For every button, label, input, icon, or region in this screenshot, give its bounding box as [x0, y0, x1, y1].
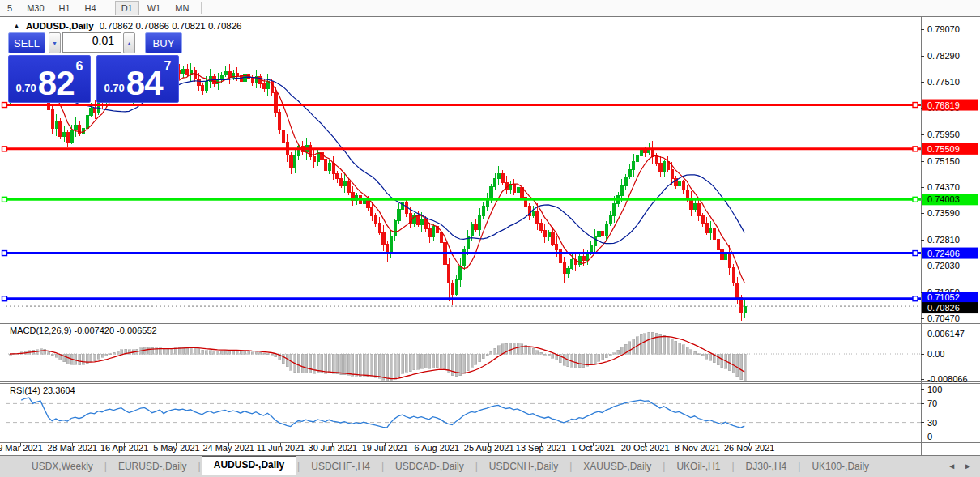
- timeframe-button-h4[interactable]: H4: [79, 1, 103, 15]
- timeframe-toolbar: 5M30H1H4D1W1MN: [0, 0, 980, 17]
- spacer: [137, 32, 145, 53]
- tab-scroll-left-icon[interactable]: ◄: [948, 462, 956, 471]
- price-badge-support-1: 0.72406: [922, 248, 978, 259]
- rsi-axis-label: 70: [927, 398, 937, 408]
- price-badge-pivot-green: 0.74003: [922, 194, 978, 205]
- volume-input[interactable]: 0.01: [62, 32, 121, 53]
- sell-button[interactable]: SELL: [8, 32, 45, 53]
- tab-eurusd-daily[interactable]: EURUSD-,Daily: [108, 458, 198, 475]
- date-label: 5 May 2021: [153, 443, 199, 453]
- timeframe-button-w1[interactable]: W1: [141, 1, 168, 15]
- timeframe-button-mn[interactable]: MN: [168, 1, 195, 15]
- current-price-badge: 0.70826: [922, 302, 978, 313]
- trade-panel-prices: 0.70 82 6 0.70 84 7: [8, 55, 182, 103]
- svg-text:0.74003: 0.74003: [927, 194, 960, 204]
- tab-usdx-weekly[interactable]: USDX,Weekly: [21, 458, 104, 475]
- tab-ukoil-h1[interactable]: UKOil-,H1: [666, 458, 731, 475]
- tab-separator: |: [104, 461, 107, 472]
- date-label: 25 Aug 2021: [464, 443, 514, 453]
- svg-text:0.75509: 0.75509: [927, 144, 960, 154]
- date-axis: 9 Mar 202128 Mar 202116 Apr 20215 May 20…: [0, 443, 774, 453]
- tab-separator: |: [731, 461, 734, 472]
- price-badge-support-2: 0.71052: [922, 292, 978, 303]
- candle: [732, 264, 735, 286]
- rsi-axis-label: 100: [927, 385, 942, 394]
- date-label: 9 Mar 2021: [0, 443, 43, 453]
- chart-tab-bar: USDX,Weekly|EURUSD-,Daily|AUDUSD-,Daily|…: [0, 455, 980, 477]
- tab-dj30-h4[interactable]: DJ30-,H4: [735, 458, 798, 475]
- trade-panel-controls: SELL ▼ 0.01 ▲ BUY: [8, 32, 182, 53]
- macd-axis-label: 0.00: [927, 349, 944, 359]
- buy-button[interactable]: BUY: [145, 32, 182, 53]
- toolbar-separator: [109, 2, 109, 14]
- buy-price-pip: 7: [164, 59, 172, 74]
- date-label: 1 Oct 2021: [571, 443, 615, 453]
- buy-price-prefix: 0.70: [104, 82, 125, 94]
- one-click-trading-panel: SELL ▼ 0.01 ▲ BUY 0.70 82 6 0.70 84 7: [8, 32, 182, 103]
- rsi-axis-label: 0: [927, 432, 932, 441]
- date-label: 26 Nov 2021: [724, 443, 774, 453]
- macd-axis-label: 0.006147: [927, 329, 965, 339]
- tab-separator: |: [475, 461, 478, 472]
- date-label: 24 May 2021: [202, 443, 254, 453]
- timeframe-button-m30[interactable]: M30: [20, 1, 50, 15]
- tab-uk100-daily[interactable]: UK100-,Daily: [801, 458, 880, 475]
- tab-separator: |: [381, 461, 384, 472]
- tab-usdchf-h4[interactable]: USDCHF-,H4: [300, 458, 381, 475]
- symbol-title: AUDUSD-,Daily: [26, 21, 94, 31]
- price-tick-label: 0.75150: [927, 156, 960, 166]
- price-tick-label: 0.70470: [927, 313, 960, 323]
- svg-text:0.72406: 0.72406: [927, 249, 960, 258]
- volume-increase-icon[interactable]: ▲: [123, 32, 135, 53]
- tab-scroll-arrows: ◄ ►: [948, 462, 972, 471]
- buy-price-big: 84: [126, 67, 163, 100]
- tab-scroll-right-icon[interactable]: ►: [964, 462, 972, 471]
- svg-text:0.76819: 0.76819: [927, 100, 960, 110]
- price-tick-label: 0.79070: [927, 24, 960, 34]
- price-tick-label: 0.73590: [927, 208, 960, 218]
- tab-separator: |: [798, 461, 800, 472]
- sell-price-box[interactable]: 0.70 82 6: [8, 55, 91, 103]
- date-label: 28 Mar 2021: [47, 443, 97, 453]
- tab-xauusd-daily[interactable]: XAUUSD-,Daily: [573, 458, 662, 475]
- sell-price-prefix: 0.70: [16, 82, 36, 94]
- price-tick-label: 0.74370: [927, 182, 960, 192]
- price-tick-label: 0.75950: [927, 130, 960, 139]
- tab-audusd-daily[interactable]: AUDUSD-,Daily: [202, 456, 296, 475]
- timeframe-button-d1[interactable]: D1: [115, 1, 139, 15]
- tab-separator: |: [663, 461, 665, 472]
- tab-separator: |: [297, 461, 300, 472]
- tab-separator: |: [569, 461, 572, 472]
- timeframe-button-h1[interactable]: H1: [53, 1, 77, 15]
- price-tick-label: 0.77510: [927, 77, 960, 87]
- date-label: 8 Nov 2021: [675, 443, 720, 453]
- mt4-window: 5M30H1H4D1W1MN 0.790700.782900.775100.76…: [0, 0, 980, 477]
- date-label: 6 Aug 2021: [415, 443, 460, 453]
- sell-price-pip: 6: [76, 59, 83, 74]
- title-ohlc-values: 0.70862 0.70866 0.70821 0.70826: [100, 21, 242, 31]
- price-badge-resistance-2: 0.75509: [922, 143, 978, 155]
- price-tick-label: 0.72810: [927, 235, 960, 245]
- date-label: 30 Jun 2021: [309, 443, 358, 453]
- tab-usdcnh-daily[interactable]: USDCNH-,Daily: [479, 458, 569, 475]
- date-label: 20 Oct 2021: [621, 443, 670, 453]
- date-label: 13 Sep 2021: [516, 443, 566, 453]
- one-click-collapse-icon[interactable]: ▲: [13, 22, 20, 30]
- buy-price-box[interactable]: 0.70 84 7: [96, 55, 179, 103]
- macd-label: MACD(12,26,9) -0.007420 -0.006552: [10, 326, 157, 335]
- macd-axis-label: -0.008066: [927, 374, 968, 384]
- timeframe-button-5[interactable]: 5: [1, 1, 19, 15]
- candle: [463, 246, 466, 270]
- svg-text:0.70826: 0.70826: [927, 303, 960, 313]
- price-tick-label: 0.78290: [927, 51, 960, 61]
- chart-title: ▲ AUDUSD-,Daily 0.70862 0.70866 0.70821 …: [13, 21, 242, 31]
- price-badge-resistance-1: 0.76819: [922, 100, 978, 111]
- tab-usdcad-daily[interactable]: USDCAD-,Daily: [385, 458, 475, 475]
- date-label: 16 Apr 2021: [100, 443, 148, 453]
- date-label: 19 Jul 2021: [362, 443, 408, 453]
- sell-price-big: 82: [38, 67, 75, 100]
- volume-decrease-icon[interactable]: ▼: [49, 32, 61, 53]
- tab-separator: |: [198, 461, 201, 472]
- rsi-label: RSI(14) 23.3604: [10, 385, 75, 395]
- candle: [59, 118, 62, 139]
